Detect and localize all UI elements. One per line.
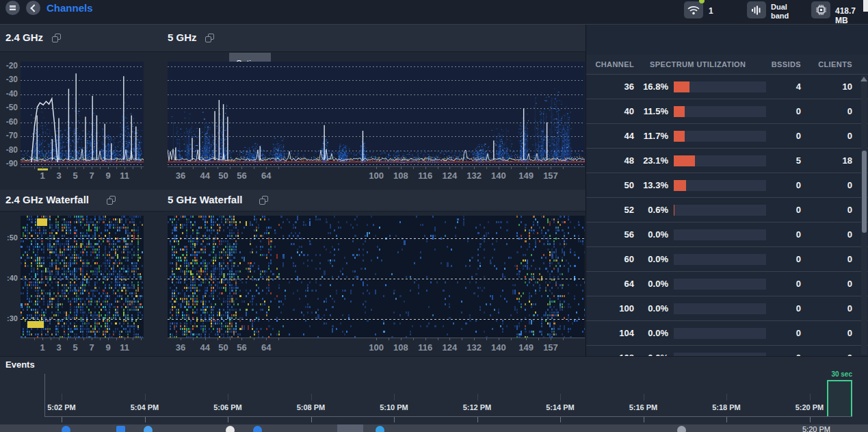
utilization-bar-fill	[674, 106, 685, 117]
axis-tick	[59, 338, 60, 340]
table-row[interactable]: 5013.3%00	[586, 173, 868, 198]
timeline-tick	[810, 417, 811, 422]
table-row[interactable]: 4823.1%518	[586, 149, 868, 173]
spectrum-mode-button[interactable]	[747, 1, 766, 18]
taskbar-clock: 5:20 PM	[802, 425, 830, 432]
timeline-tick	[394, 417, 395, 422]
table-row[interactable]: 600.0%00	[586, 247, 868, 272]
x-axis-tick-label: 56	[237, 170, 246, 181]
timeline-time-label: 5:20 PM	[795, 403, 824, 411]
timeline-time-label: 5:08 PM	[297, 403, 326, 411]
axis-tick	[205, 338, 206, 340]
column-header-channel[interactable]: CHANNEL	[586, 60, 634, 68]
table-row[interactable]: 1000.0%00	[586, 296, 868, 321]
cell-utilization: 16.8%	[634, 81, 668, 92]
utilization-bar-track	[674, 180, 766, 191]
table-row[interactable]: 4011.5%00	[586, 99, 868, 124]
x-axis-tick-label: 132	[466, 342, 482, 353]
timeline-tick	[228, 417, 228, 422]
taskbar-active-app[interactable]	[337, 424, 363, 432]
table-row[interactable]: 520.6%00	[586, 198, 868, 223]
equalizer-icon	[751, 5, 762, 15]
axis-tick	[193, 338, 194, 340]
y-axis-tick-label: -50	[0, 103, 18, 112]
x-axis-tick-label: 140	[491, 342, 506, 353]
axis-tick	[389, 338, 389, 340]
copy-5ghz-chart-button[interactable]	[205, 34, 214, 42]
memory-button[interactable]	[811, 1, 830, 18]
x-axis-tick-label: 124	[443, 170, 458, 181]
timeline-tick	[145, 394, 146, 401]
axis-tick	[34, 338, 35, 340]
cell-utilization: 0.0%	[634, 328, 668, 338]
menu-icon[interactable]	[5, 1, 20, 15]
os-taskbar-fragment: 5:20 PM	[0, 424, 868, 432]
cell-bssids: 0	[766, 303, 801, 314]
axis-tick	[474, 338, 475, 340]
table-row[interactable]: 3616.8%410	[586, 75, 868, 99]
y-axis-tick-label: -20	[0, 61, 18, 71]
cell-clients: 0	[801, 229, 852, 240]
table-scrollbar-thumb[interactable]	[862, 151, 867, 233]
taskbar-app-icon[interactable]	[253, 426, 262, 432]
x-axis-tick-label: 36	[176, 170, 185, 181]
axis-tick	[230, 166, 231, 169]
copy-5ghz-waterfall-button[interactable]	[259, 196, 268, 205]
axis-tick	[474, 166, 475, 169]
taskbar-app-icon[interactable]	[144, 426, 153, 432]
taskbar-app-icon[interactable]	[226, 426, 235, 432]
table-row[interactable]: 640.0%00	[586, 272, 868, 296]
cell-utilization: 11.5%	[634, 106, 668, 116]
axis-tick	[51, 338, 51, 340]
column-header-utilization[interactable]: SPECTRUM UTILIZATION	[634, 60, 766, 68]
cell-bssids: 0	[766, 106, 801, 116]
taskbar-app-icon[interactable]	[677, 426, 686, 432]
axis-tick	[389, 166, 389, 169]
waterfall-time-label: :50	[0, 233, 18, 242]
timeline-time-label: 5:10 PM	[380, 403, 408, 411]
table-row[interactable]: 1040.0%00	[586, 321, 868, 346]
back-icon[interactable]	[26, 1, 40, 15]
chip-icon	[816, 5, 826, 15]
column-header-clients[interactable]: CLIENTS	[801, 60, 852, 68]
taskbar-app-icon[interactable]	[116, 426, 125, 432]
table-row[interactable]: 4411.7%00	[586, 124, 868, 149]
axis-tick	[133, 166, 133, 169]
cell-bssids: 0	[766, 205, 801, 215]
events-panel: Events 5:02 PM5:04 PM5:06 PM5:08 PM5:10 …	[0, 356, 868, 425]
axis-tick	[551, 166, 551, 169]
axis-tick	[108, 166, 109, 169]
spectrum-5ghz-canvas	[168, 62, 585, 166]
x-axis-tick-label: 116	[418, 342, 432, 353]
timeline-tick	[560, 417, 561, 422]
x-axis-tick-label: 5	[73, 342, 77, 353]
cell-clients: 0	[801, 131, 852, 141]
y-axis-tick-label: -40	[0, 89, 18, 99]
copy-24ghz-waterfall-button[interactable]	[107, 196, 116, 205]
cell-bssids: 4	[766, 81, 801, 92]
scroll-up-arrow-icon[interactable]	[860, 77, 867, 81]
table-row[interactable]: 1080.0%00	[586, 346, 868, 356]
timeline-tick	[394, 394, 395, 401]
spectrum-24ghz-canvas	[21, 62, 144, 166]
cell-bssids: 0	[766, 254, 801, 264]
taskbar-app-icon[interactable]	[62, 426, 70, 432]
cell-clients: 10	[801, 81, 852, 92]
timeline-time-label: 5:18 PM	[712, 403, 741, 411]
channels-table-header: CHANNEL SPECTRUM UTILIZATION BSSIDS CLIE…	[586, 55, 868, 75]
channels-table-body: 3616.8%4104011.5%004411.7%004823.1%51850…	[586, 75, 868, 356]
wifi-adapter-button[interactable]	[684, 1, 703, 18]
taskbar-app-icon[interactable]	[376, 426, 384, 432]
cell-bssids: 0	[766, 279, 801, 289]
window-scrollbar-fragment[interactable]	[863, 0, 868, 12]
table-row[interactable]: 560.0%00	[586, 223, 868, 247]
cell-utilization: 0.0%	[634, 254, 668, 264]
axis-tick	[92, 166, 92, 169]
chart-5ghz-title: 5 GHz	[168, 31, 197, 43]
axis-tick	[278, 166, 279, 169]
timeline-selection-region[interactable]	[827, 380, 852, 416]
column-header-bssids[interactable]: BSSIDS	[766, 60, 801, 68]
cell-channel: 104	[586, 328, 634, 338]
waterfall-24ghz-x-axis	[21, 338, 144, 338]
copy-24ghz-chart-button[interactable]	[52, 34, 61, 42]
